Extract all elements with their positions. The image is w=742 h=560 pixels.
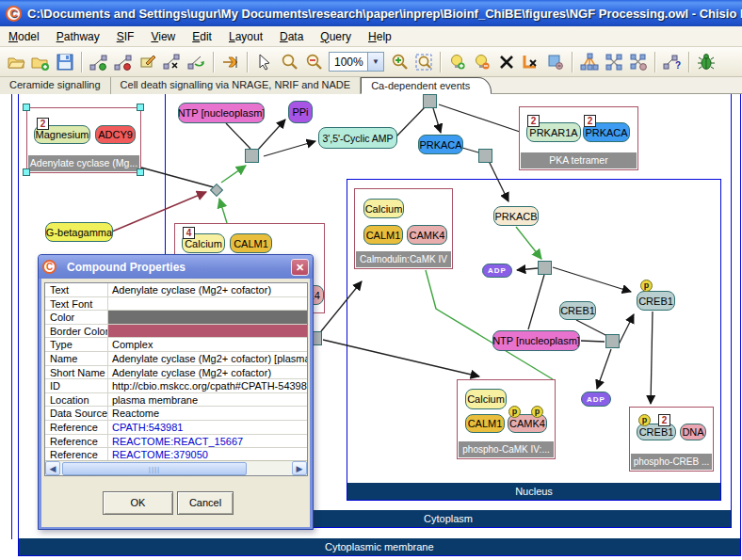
multimer-badge: 2 (584, 115, 596, 127)
zoom-level-select[interactable]: 100% ▼ (329, 52, 384, 72)
border-color-swatch[interactable] (108, 325, 307, 338)
delete-edge-icon[interactable] (160, 50, 185, 74)
complex-label: Calmodulin:CaMK IV (356, 251, 451, 267)
save-as-icon[interactable] (28, 50, 53, 74)
menu-query[interactable]: Query (312, 27, 360, 46)
prop-value[interactable]: Adenylate cyclase (Mg2+ cofactor) [plasm… (108, 352, 307, 365)
create-edge-icon[interactable] (87, 50, 111, 74)
ok-button[interactable]: OK (103, 491, 173, 515)
zoom-out-icon[interactable] (301, 50, 326, 74)
canvas-left-border (11, 94, 12, 539)
node-dna[interactable]: DNA (680, 424, 706, 440)
node-prkaca[interactable]: PRKACA (418, 135, 463, 154)
open-icon[interactable] (4, 50, 28, 74)
tab-ca-dependent-events[interactable]: Ca-dependent events (361, 77, 492, 94)
node-ntp-bottom[interactable]: NTP [nucleoplasm] (492, 330, 580, 351)
node-calm1[interactable]: CALM1 (363, 225, 403, 245)
node-calcium[interactable]: Calcium (465, 389, 507, 409)
horizontal-scrollbar[interactable]: ◀ ▶ (45, 460, 307, 475)
edit-node-icon[interactable] (136, 50, 160, 74)
process-node[interactable] (538, 261, 552, 275)
node-adp-1[interactable]: ADP (482, 264, 512, 278)
menu-help[interactable]: Help (360, 27, 400, 46)
menu-edit[interactable]: Edit (184, 27, 220, 46)
tab-cell-death-signalling[interactable]: Cell death signalling via NRAGE, NRIF an… (111, 77, 362, 94)
prop-value[interactable]: Adenylate cyclase (Mg2+ cofactor) (108, 366, 307, 379)
prop-value[interactable]: Reactome (108, 407, 307, 420)
scroll-left-icon[interactable]: ◀ (45, 461, 60, 475)
dialog-titlebar[interactable]: C Compound Properties ✕ (39, 255, 313, 279)
zoom-window-icon[interactable] (277, 50, 301, 74)
selection-handle[interactable] (137, 104, 144, 111)
delete-icon[interactable] (494, 50, 519, 74)
tree-layout-icon[interactable] (577, 50, 602, 74)
node-prkacb[interactable]: PRKACB (493, 206, 539, 226)
tab-ceramide-signalling[interactable]: Ceramide signalling (0, 77, 111, 94)
cancel-button[interactable]: Cancel (177, 491, 234, 515)
node-g-betagamma[interactable]: G-betagamma (45, 222, 113, 242)
multimer-badge: 2 (37, 118, 49, 130)
reference-link[interactable]: REACTOME:REACT_15667 (108, 435, 307, 448)
compound-tools-icon[interactable] (543, 50, 568, 74)
node-ppi[interactable]: PPi (288, 101, 313, 123)
chisio-dialog-icon: C (42, 260, 56, 274)
node-ntp-top[interactable]: NTP [nucleoplasm] (178, 103, 265, 123)
color-swatch[interactable] (108, 311, 307, 324)
menu-layout[interactable]: Layout (220, 27, 271, 46)
node-adcy9[interactable]: ADCY9 (95, 125, 136, 144)
fetch-remove-icon[interactable] (470, 50, 494, 74)
complex-label: PKA tetramer (521, 152, 637, 168)
table-row: TypeComplex (45, 338, 307, 352)
menu-sif[interactable]: SIF (108, 27, 143, 46)
complex-label: phospho-CaMK IV:... (459, 441, 554, 457)
node-calm1[interactable]: CALM1 (465, 414, 505, 433)
multimer-badge: 2 (658, 414, 670, 426)
node-cyclic-amp[interactable]: 3',5'-Cyclic AMP (318, 127, 397, 149)
process-node[interactable] (423, 94, 437, 108)
node-calm1[interactable]: CALM1 (230, 233, 272, 253)
process-node[interactable] (478, 149, 492, 163)
layout-properties-icon[interactable] (626, 50, 651, 74)
node-camk4[interactable]: CAMK4 (407, 225, 447, 245)
close-icon[interactable]: ✕ (291, 259, 309, 276)
scroll-right-icon[interactable]: ▶ (292, 461, 307, 475)
prop-value[interactable]: http://cbio.mskcc.org/cpath#CPATH-54398 (108, 379, 307, 392)
zoom-fit-icon[interactable] (411, 50, 436, 74)
scrollbar-thumb[interactable] (62, 462, 247, 475)
debug-icon[interactable] (694, 50, 718, 74)
refresh-edges-icon[interactable] (185, 50, 209, 74)
spring-layout-icon[interactable] (602, 50, 626, 74)
process-node[interactable] (605, 334, 620, 348)
window-title: C:\Documents and Settings\ugur\My Docume… (27, 7, 742, 21)
selection-handle[interactable] (23, 104, 30, 111)
node-creb1-phospho[interactable]: CREB1 (637, 291, 675, 311)
remove-compound-icon[interactable] (519, 50, 543, 74)
reference-link[interactable]: CPATH:543981 (108, 421, 307, 434)
fetch-add-icon[interactable] (445, 50, 470, 74)
selection-handle[interactable] (23, 168, 30, 176)
prop-value[interactable]: Complex (108, 338, 307, 351)
node-adp-2[interactable]: ADP (581, 392, 611, 407)
save-icon[interactable] (53, 50, 77, 74)
table-row: IDhttp://cbio.mskcc.org/cpath#CPATH-5439… (45, 379, 307, 393)
selection-handle[interactable] (137, 168, 144, 176)
prop-value[interactable]: Adenylate cyclase (Mg2+ cofactor) (108, 283, 307, 296)
menu-data[interactable]: Data (271, 27, 312, 46)
node-creb1[interactable]: CREB1 (559, 301, 596, 320)
create-red-edge-icon[interactable] (111, 50, 136, 74)
query-edge-icon[interactable]: ? (660, 50, 685, 74)
menu-pathway[interactable]: Pathway (48, 27, 108, 46)
node-calcium[interactable]: Calcium (363, 199, 404, 218)
zoom-in-icon[interactable] (387, 50, 411, 74)
highlight-icon[interactable] (218, 50, 243, 74)
menu-model[interactable]: Model (0, 27, 48, 46)
prop-value[interactable] (108, 297, 307, 311)
pointer-icon[interactable] (252, 50, 277, 74)
menu-view[interactable]: View (142, 27, 184, 46)
process-node[interactable] (245, 149, 259, 163)
phospho-badge: p (531, 406, 543, 418)
zoom-dropdown-arrow-icon[interactable]: ▼ (367, 53, 383, 71)
prop-value[interactable]: plasma membrane (108, 393, 307, 407)
compound-properties-dialog: C Compound Properties ✕ TextAdenylate cy… (38, 254, 314, 530)
window-titlebar: C C:\Documents and Settings\ugur\My Docu… (0, 0, 742, 26)
